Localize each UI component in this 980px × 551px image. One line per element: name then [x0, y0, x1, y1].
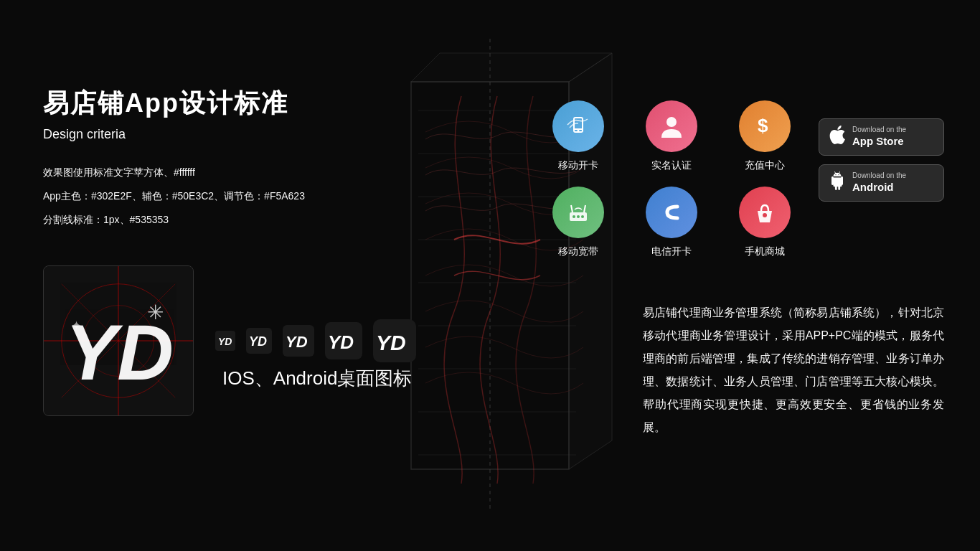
svg-text:YD: YD [376, 331, 406, 354]
realname-icon[interactable] [646, 100, 697, 152]
icon-item-broadband[interactable]: 移动宽带 [535, 187, 621, 258]
topup-icon[interactable]: $ [739, 100, 791, 152]
svg-marker-3 [411, 53, 612, 82]
icon-item-mobile[interactable]: 移动开卡 [535, 100, 621, 172]
android-button[interactable]: Download on the Android [819, 164, 944, 202]
app-store-large-text: App Store [852, 134, 906, 149]
svg-text:YD: YD [249, 334, 267, 349]
app-store-button[interactable]: Download on the App Store [819, 118, 944, 156]
svg-line-29 [584, 205, 585, 212]
broadband-icon[interactable] [552, 187, 604, 238]
app-store-text: Download on the App Store [852, 126, 906, 149]
topup-label: 充值中心 [745, 159, 785, 172]
telecom-label: 电信开卡 [651, 245, 692, 258]
icon-variant-row: YD YD YD YD YD [215, 319, 416, 362]
download-buttons: Download on the App Store Download on th… [819, 118, 944, 202]
spec-line-1: 效果图使用标准文字苹方体、#ffffff [43, 164, 387, 182]
icon-variant-xl: YD [373, 319, 416, 362]
broadband-label: 移动宽带 [558, 245, 598, 258]
shop-label: 手机商城 [745, 245, 785, 258]
platform-label-text: IOS、Android桌面图标 [222, 367, 412, 389]
svg-point-25 [573, 215, 575, 218]
logo-area: YD ✳ ✦ YD YD YD YD [43, 265, 416, 416]
app-icons-panel: 移动开卡 实名认证 $ 充值中心 [535, 100, 808, 258]
icon-item-telecom[interactable]: 电信开卡 [628, 187, 715, 258]
main-content: 易店铺App设计标准 Design criteria 效果图使用标准文字苹方体、… [0, 0, 980, 551]
svg-text:✳: ✳ [147, 301, 164, 324]
svg-text:YD: YD [218, 336, 232, 347]
realname-label: 实名认证 [651, 159, 692, 172]
svg-point-22 [666, 117, 677, 127]
main-title: 易店铺App设计标准 [43, 86, 387, 121]
design-specs: 效果图使用标准文字苹方体、#ffffff App主色：#302E2F、辅色：#5… [43, 164, 387, 230]
icon-variant-xs: YD [215, 331, 235, 351]
description-text: 易店铺代理商业务管理系统（简称易店铺系统），针对北京移动代理商业务管理设计，采用… [643, 301, 944, 439]
telecom-icon[interactable] [646, 187, 697, 238]
icon-item-shop[interactable]: 手机商城 [722, 187, 808, 258]
android-small-text: Download on the [852, 171, 906, 180]
icon-item-realname[interactable]: 实名认证 [628, 100, 715, 172]
mobile-card-label: 移动开卡 [558, 159, 598, 172]
spec-line-2: App主色：#302E2F、辅色：#50E3C2、调节色：#F5A623 [43, 187, 387, 205]
description-paragraph: 易店铺代理商业务管理系统（简称易店铺系统），针对北京移动代理商业务管理设计，采用… [643, 301, 944, 439]
icon-item-topup[interactable]: $ 充值中心 [722, 100, 808, 172]
svg-point-30 [763, 213, 767, 217]
android-icon [829, 171, 845, 194]
android-large-text: Android [852, 180, 906, 194]
svg-text:YD: YD [328, 331, 354, 353]
svg-text:$: $ [758, 115, 768, 136]
sub-title: Design criteria [43, 127, 387, 142]
spec-line-3: 分割线标准：1px、#535353 [43, 211, 387, 229]
logo-box: YD ✳ ✦ [43, 265, 194, 416]
icon-variant-sm: YD [246, 328, 272, 354]
svg-line-28 [571, 205, 573, 212]
platform-label: IOS、Android桌面图标 [222, 366, 412, 391]
android-text: Download on the Android [852, 171, 906, 194]
left-panel: 易店铺App设计标准 Design criteria 效果图使用标准文字苹方体、… [43, 86, 387, 235]
icon-variants: YD YD YD YD YD [215, 319, 416, 362]
svg-point-26 [577, 215, 580, 218]
svg-text:✦: ✦ [71, 319, 82, 333]
svg-text:YD: YD [286, 333, 308, 351]
svg-point-27 [581, 215, 584, 218]
app-store-small-text: Download on the [852, 126, 906, 134]
mobile-card-icon[interactable] [552, 100, 604, 152]
icon-variant-lg: YD [325, 322, 362, 359]
apple-icon [829, 126, 845, 149]
shop-icon[interactable] [739, 187, 791, 238]
svg-point-21 [578, 130, 580, 132]
icon-variant-md: YD [283, 325, 314, 357]
